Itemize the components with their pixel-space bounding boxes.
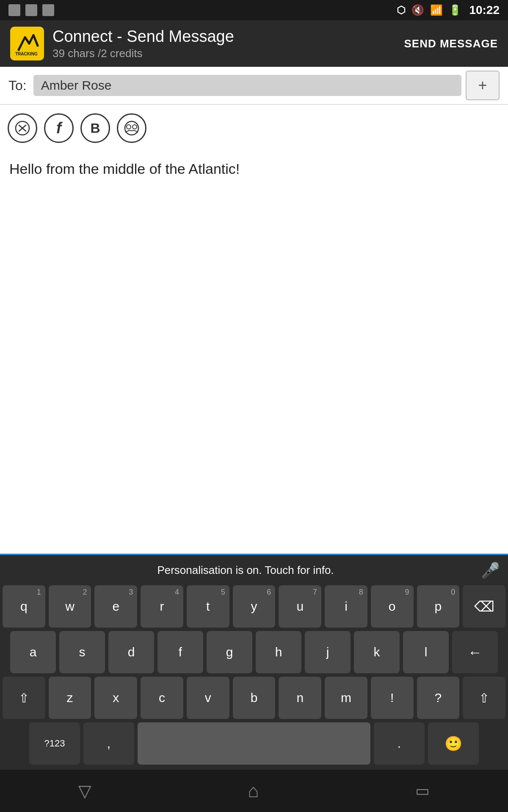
key-k[interactable]: k [354, 631, 400, 673]
nav-home-button[interactable]: ⌂ [231, 776, 276, 806]
to-field: To: Amber Rose + [0, 67, 508, 105]
to-label: To: [8, 78, 27, 93]
svg-point-4 [133, 125, 137, 129]
app-logo: TRACKING [10, 27, 44, 60]
twitter-icon[interactable] [8, 113, 37, 143]
wifi-icon: 📶 [430, 4, 443, 16]
microphone-icon[interactable]: 🎤 [481, 562, 498, 579]
add-recipient-button[interactable]: + [466, 71, 500, 100]
key-period[interactable]: . [374, 722, 425, 765]
cursor-line [0, 554, 508, 555]
message-body[interactable]: Hello from the middle of the Atlantic! [0, 151, 508, 555]
keyboard-area: Personalisation is on. Touch for info. 🎤… [0, 555, 508, 770]
key-e[interactable]: 3e [94, 585, 137, 628]
personalisation-text[interactable]: Personalisation is on. Touch for info. [10, 564, 481, 577]
keyboard-row-4: ?123 , . 🙂 [3, 722, 505, 765]
key-r[interactable]: 4r [141, 585, 183, 628]
send-message-button[interactable]: SEND MESSAGE [404, 33, 498, 55]
app-header-text: Connect - Send Message 39 chars /2 credi… [52, 27, 404, 60]
app-header: TRACKING Connect - Send Message 39 chars… [0, 20, 508, 67]
key-comma[interactable]: , [83, 722, 134, 765]
key-h[interactable]: h [256, 631, 301, 673]
key-g[interactable]: g [207, 631, 252, 673]
svg-point-3 [127, 125, 131, 129]
key-a[interactable]: a [10, 631, 56, 673]
key-u[interactable]: 7u [279, 585, 321, 628]
key-q[interactable]: 1q [3, 585, 45, 628]
briefcase-icon [42, 4, 54, 16]
group-icon[interactable] [117, 113, 146, 143]
key-i[interactable]: 8i [325, 585, 367, 628]
key-emoji[interactable]: 🙂 [428, 722, 479, 765]
keyboard-header: Personalisation is on. Touch for info. 🎤 [0, 555, 508, 585]
social-icons-row: f B [0, 105, 508, 151]
key-v[interactable]: v [187, 677, 229, 719]
key-j[interactable]: j [305, 631, 351, 673]
key-d[interactable]: d [108, 631, 154, 673]
key-l[interactable]: l [403, 631, 449, 673]
key-question[interactable]: ? [417, 677, 460, 719]
main-content: To: Amber Rose + f B Hello from th [0, 67, 508, 555]
key-n[interactable]: n [279, 677, 321, 719]
bluetooth-icon: ⬡ [397, 4, 406, 16]
key-space[interactable] [138, 722, 370, 765]
keyboard-row-2: a s d f g h j k l ← [3, 631, 505, 673]
blogger-icon[interactable]: B [80, 113, 110, 143]
status-bar-left [8, 4, 54, 16]
keyboard-rows: 1q 2w 3e 4r 5t 6y 7u 8i 9o 0p ⌫ a s d f … [0, 585, 508, 765]
key-s[interactable]: s [59, 631, 105, 673]
app-title: Connect - Send Message [52, 27, 404, 47]
key-o[interactable]: 9o [371, 585, 414, 628]
key-exclaim[interactable]: ! [371, 677, 414, 719]
recent-apps-icon: ▭ [415, 782, 430, 800]
key-w[interactable]: 2w [49, 585, 91, 628]
key-m[interactable]: m [325, 677, 367, 719]
key-c[interactable]: c [141, 677, 183, 719]
message-text: Hello from the middle of the Atlantic! [9, 161, 240, 177]
clipboard-icon [25, 4, 37, 16]
key-b[interactable]: b [233, 677, 276, 719]
key-shift-right[interactable]: ⇧ [463, 677, 505, 719]
key-z[interactable]: z [49, 677, 91, 719]
key-symbols[interactable]: ?123 [29, 722, 80, 765]
keyboard-row-1: 1q 2w 3e 4r 5t 6y 7u 8i 9o 0p ⌫ [3, 585, 505, 628]
key-shift-left[interactable]: ⇧ [3, 677, 45, 719]
facebook-icon[interactable]: f [44, 113, 74, 143]
key-x[interactable]: x [94, 677, 137, 719]
nav-back-button[interactable]: ▽ [61, 777, 108, 805]
key-p[interactable]: 0p [417, 585, 460, 628]
recipient-chip[interactable]: Amber Rose [33, 75, 461, 96]
app-subtitle: 39 chars /2 credits [52, 47, 404, 60]
mute-icon: 🔇 [411, 4, 424, 16]
key-backspace[interactable]: ⌫ [463, 585, 505, 628]
home-icon: ⌂ [248, 780, 259, 801]
nav-bar: ▽ ⌂ ▭ [0, 770, 508, 812]
svg-text:TRACKING: TRACKING [15, 52, 38, 56]
grid-icon [8, 4, 20, 16]
status-bar: ⬡ 🔇 📶 🔋 10:22 [0, 0, 508, 20]
keyboard-row-3: ⇧ z x c v b n m ! ? ⇧ [3, 677, 505, 719]
battery-icon: 🔋 [449, 4, 461, 16]
key-enter[interactable]: ← [452, 631, 498, 673]
key-y[interactable]: 6y [233, 585, 276, 628]
key-t[interactable]: 5t [187, 585, 229, 628]
key-f[interactable]: f [157, 631, 203, 673]
status-bar-right: ⬡ 🔇 📶 🔋 10:22 [397, 3, 500, 17]
nav-recent-button[interactable]: ▭ [398, 778, 447, 804]
back-icon: ▽ [78, 781, 91, 801]
time-display: 10:22 [469, 3, 500, 17]
